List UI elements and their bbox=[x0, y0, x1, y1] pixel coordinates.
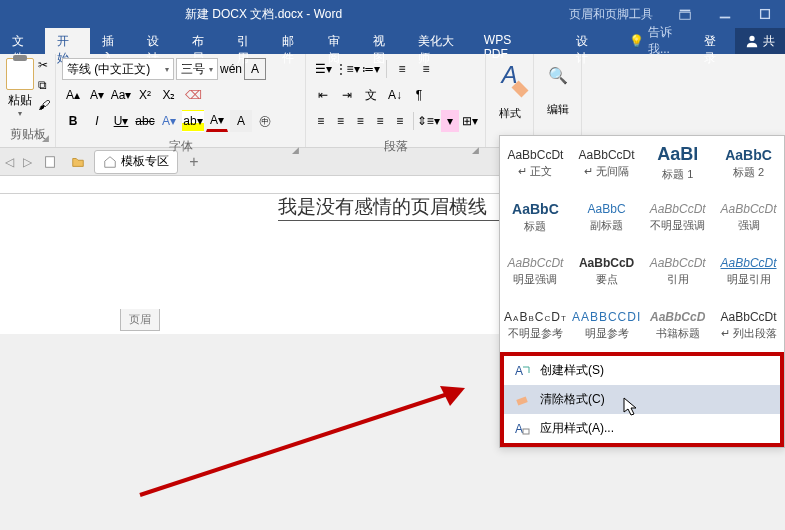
doc-tab-doc-icon[interactable] bbox=[38, 150, 62, 174]
sort-icon[interactable]: A↓ bbox=[384, 84, 406, 106]
superscript-icon[interactable]: X² bbox=[134, 84, 156, 106]
share-button[interactable]: 共 bbox=[735, 28, 785, 54]
italic-button[interactable]: I bbox=[86, 110, 108, 132]
paste-button[interactable]: 粘贴 ▾ bbox=[6, 58, 34, 118]
phonetic-guide-icon[interactable]: wén bbox=[220, 58, 242, 80]
tab-file[interactable]: 文件 bbox=[0, 28, 45, 54]
tab-next-icon[interactable]: ▷ bbox=[18, 155, 36, 169]
align-left-icon[interactable]: ≡ bbox=[391, 58, 413, 80]
style-item-6[interactable]: AaBbCcDt不明显强调 bbox=[642, 190, 713, 244]
tab-mailings[interactable]: 邮件 bbox=[270, 28, 315, 54]
tab-layout[interactable]: 布局 bbox=[180, 28, 225, 54]
style-preview: AaBbC bbox=[512, 201, 559, 217]
style-preview: AaBbCcDt bbox=[721, 256, 777, 270]
highlight-icon[interactable]: ab▾ bbox=[182, 110, 204, 132]
login-button[interactable]: 登录 bbox=[694, 28, 735, 54]
numbering-icon[interactable]: ⋮≡▾ bbox=[336, 58, 358, 80]
maximize-button[interactable] bbox=[745, 0, 785, 28]
bold-button[interactable]: B bbox=[62, 110, 84, 132]
text-direction-icon[interactable]: 文 bbox=[360, 84, 382, 106]
clear-format-menu-item[interactable]: 清除格式(C) bbox=[504, 385, 780, 414]
tab-wps-pdf[interactable]: WPS PDF bbox=[472, 28, 544, 54]
clear-format-icon[interactable]: ⌫ bbox=[182, 84, 204, 106]
align-center-btn[interactable]: ≡ bbox=[332, 110, 350, 132]
styles-label: 样式 bbox=[499, 106, 521, 121]
apply-style-menu-item[interactable]: A 应用样式(A)... bbox=[504, 414, 780, 443]
style-preview: AaBbC bbox=[725, 147, 772, 163]
tab-design[interactable]: 设计 bbox=[135, 28, 180, 54]
tab-prev-icon[interactable]: ◁ bbox=[0, 155, 18, 169]
style-item-12[interactable]: AaBbCcDt不明显参考 bbox=[500, 298, 571, 352]
grow-font-icon[interactable]: A▴ bbox=[62, 84, 84, 106]
paragraph-launcher[interactable]: ◢ bbox=[472, 145, 479, 155]
cut-icon[interactable]: ✂ bbox=[38, 58, 50, 72]
style-label: 标题 bbox=[524, 219, 546, 234]
strikethrough-button[interactable]: abc bbox=[134, 110, 156, 132]
justify-btn[interactable]: ≡ bbox=[371, 110, 389, 132]
minimize-button[interactable] bbox=[705, 0, 745, 28]
align-right-btn[interactable]: ≡ bbox=[351, 110, 369, 132]
font-color-icon[interactable]: A▾ bbox=[206, 110, 228, 132]
tab-references[interactable]: 引用 bbox=[225, 28, 270, 54]
style-item-9[interactable]: AaBbCcD要点 bbox=[571, 244, 642, 298]
style-item-14[interactable]: AaBbCcD书籍标题 bbox=[642, 298, 713, 352]
format-painter-icon[interactable]: 🖌 bbox=[38, 98, 50, 112]
style-preview: AaBbCcDt bbox=[507, 148, 563, 162]
tab-review[interactable]: 审阅 bbox=[316, 28, 361, 54]
style-item-3[interactable]: AaBbC标题 2 bbox=[713, 136, 784, 190]
style-preview: AaBbCcD bbox=[579, 256, 634, 270]
tell-me-input[interactable]: 💡告诉我... bbox=[621, 28, 694, 54]
tab-beautify[interactable]: 美化大师 bbox=[406, 28, 472, 54]
style-item-15[interactable]: AaBbCcDt↵ 列出段落 bbox=[713, 298, 784, 352]
bullets-icon[interactable]: ☰▾ bbox=[312, 58, 334, 80]
font-name-select[interactable]: 等线 (中文正文)▾ bbox=[62, 58, 174, 80]
styles-button[interactable]: A bbox=[495, 58, 525, 92]
align-left-btn[interactable]: ≡ bbox=[312, 110, 330, 132]
copy-icon[interactable]: ⧉ bbox=[38, 78, 50, 92]
show-marks-icon[interactable]: ¶ bbox=[408, 84, 430, 106]
find-icon[interactable]: 🔍 bbox=[548, 66, 568, 85]
distributed-btn[interactable]: ≡ bbox=[391, 110, 409, 132]
char-border-icon[interactable]: A bbox=[244, 58, 266, 80]
style-label: 引用 bbox=[667, 272, 689, 287]
multilevel-list-icon[interactable]: ≔▾ bbox=[360, 58, 382, 80]
enclose-char-icon[interactable]: ㊥ bbox=[254, 110, 276, 132]
style-label: 强调 bbox=[738, 218, 760, 233]
underline-button[interactable]: U▾ bbox=[110, 110, 132, 132]
shading-icon[interactable]: ▾ bbox=[441, 110, 459, 132]
align-center-icon[interactable]: ≡ bbox=[415, 58, 437, 80]
borders-icon[interactable]: ⊞▾ bbox=[461, 110, 479, 132]
decrease-indent-icon[interactable]: ⇤ bbox=[312, 84, 334, 106]
tab-context-design[interactable]: 设计 bbox=[544, 28, 621, 54]
subscript-icon[interactable]: X₂ bbox=[158, 84, 180, 106]
style-item-1[interactable]: AaBbCcDt↵ 无间隔 bbox=[571, 136, 642, 190]
style-item-7[interactable]: AaBbCcDt强调 bbox=[713, 190, 784, 244]
clipboard-launcher[interactable]: ◢ bbox=[42, 133, 49, 143]
style-item-11[interactable]: AaBbCcDt明显引用 bbox=[713, 244, 784, 298]
style-item-0[interactable]: AaBbCcDt↵ 正文 bbox=[500, 136, 571, 190]
style-item-10[interactable]: AaBbCcDt引用 bbox=[642, 244, 713, 298]
shrink-font-icon[interactable]: A▾ bbox=[86, 84, 108, 106]
svg-text:A: A bbox=[515, 422, 523, 436]
line-spacing-icon[interactable]: ⇕≡▾ bbox=[417, 110, 439, 132]
header-tag[interactable]: 页眉 bbox=[120, 309, 160, 331]
increase-indent-icon[interactable]: ⇥ bbox=[336, 84, 358, 106]
change-case-icon[interactable]: Aa▾ bbox=[110, 84, 132, 106]
char-shading-icon[interactable]: A bbox=[230, 110, 252, 132]
font-launcher[interactable]: ◢ bbox=[292, 145, 299, 155]
font-size-select[interactable]: 三号▾ bbox=[176, 58, 218, 80]
create-style-menu-item[interactable]: A 创建样式(S) bbox=[504, 356, 780, 385]
style-item-5[interactable]: AaBbC副标题 bbox=[571, 190, 642, 244]
tab-insert[interactable]: 插入 bbox=[90, 28, 135, 54]
style-item-2[interactable]: AaBl标题 1 bbox=[642, 136, 713, 190]
style-item-8[interactable]: AaBbCcDt明显强调 bbox=[500, 244, 571, 298]
text-effects-icon[interactable]: A▾ bbox=[158, 110, 180, 132]
svg-rect-7 bbox=[516, 396, 527, 405]
style-item-4[interactable]: AaBbC标题 bbox=[500, 190, 571, 244]
style-item-13[interactable]: AABBCCDI明显参考 bbox=[571, 298, 642, 352]
style-preview: AaBl bbox=[657, 144, 698, 165]
tab-home[interactable]: 开始 bbox=[45, 28, 90, 54]
group-clipboard: 粘贴 ▾ ✂ ⧉ 🖌 剪贴板◢ bbox=[0, 54, 56, 147]
header-text[interactable]: 我是没有感情的页眉横线 bbox=[278, 196, 487, 217]
tab-view[interactable]: 视图 bbox=[361, 28, 406, 54]
